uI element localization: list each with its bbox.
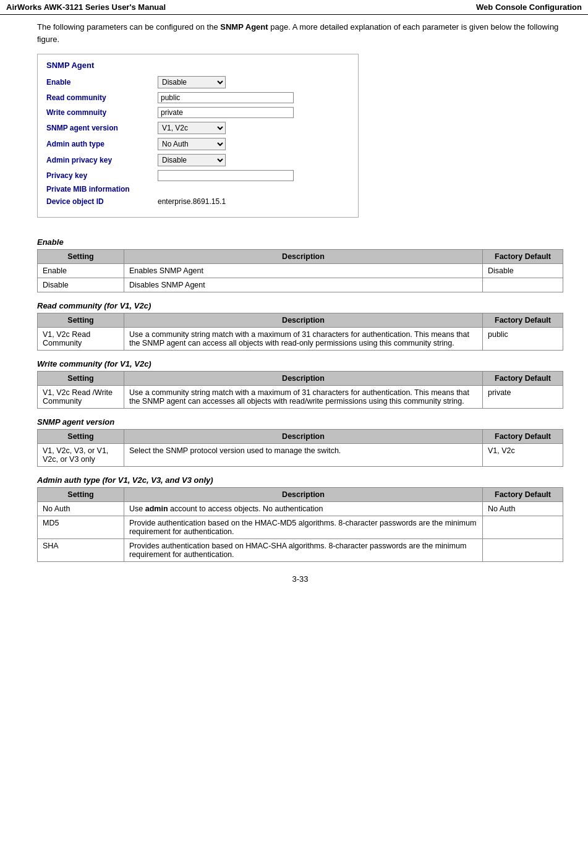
table-cell bbox=[483, 278, 563, 292]
section-heading: Enable bbox=[37, 237, 563, 247]
table-header: Factory Default bbox=[483, 250, 563, 264]
table-cell: No Auth bbox=[38, 502, 124, 516]
form-row-write-community: Write commnuity bbox=[46, 107, 349, 118]
table-cell: Disables SNMP Agent bbox=[124, 278, 483, 292]
table-cell: V1, V2c, V3, or V1, V2c, or V3 only bbox=[38, 444, 124, 467]
table-row: No AuthUse admin account to access objec… bbox=[38, 502, 563, 516]
form-row-private-mib: Private MIB information bbox=[46, 185, 349, 194]
table-header: Setting bbox=[38, 313, 124, 328]
settings-table: SettingDescriptionFactory DefaultV1, V2c… bbox=[37, 313, 563, 351]
table-cell: Provide authentication based on the HMAC… bbox=[124, 516, 483, 539]
select-snmp-version[interactable]: V1, V2c V3 V1, V2c, V3 bbox=[158, 122, 226, 134]
main-content: The following parameters can be configur… bbox=[0, 15, 588, 596]
table-cell: Enables SNMP Agent bbox=[124, 264, 483, 278]
table-header: Description bbox=[124, 430, 483, 444]
input-privacy-key[interactable] bbox=[158, 170, 294, 181]
snmp-agent-box: SNMP Agent Enable Disable Enable Read co… bbox=[37, 54, 359, 218]
intro-bold: SNMP Agent bbox=[220, 22, 268, 32]
form-row-enable: Enable Disable Enable bbox=[46, 76, 349, 88]
label-privacy-key: Privacy key bbox=[46, 171, 158, 180]
table-cell: Disable bbox=[483, 264, 563, 278]
label-write-community: Write commnuity bbox=[46, 108, 158, 117]
table-row: V1, V2c Read CommunityUse a community st… bbox=[38, 328, 563, 351]
form-row-admin-privacy-key: Admin privacy key Disable Enable bbox=[46, 154, 349, 166]
table-header: Description bbox=[124, 313, 483, 328]
select-enable[interactable]: Disable Enable bbox=[158, 76, 226, 88]
value-device-id: enterprise.8691.15.1 bbox=[158, 197, 226, 206]
table-header: Description bbox=[124, 372, 483, 386]
table-row: DisableDisables SNMP Agent bbox=[38, 278, 563, 292]
section-heading: Write community (for V1, V2c) bbox=[37, 359, 563, 368]
table-header: Factory Default bbox=[483, 372, 563, 386]
table-cell: Use a community string match with a maxi… bbox=[124, 386, 483, 409]
header-left: AirWorks AWK-3121 Series User's Manual bbox=[6, 2, 166, 12]
table-cell bbox=[483, 539, 563, 562]
table-header: Setting bbox=[38, 430, 124, 444]
settings-table: SettingDescriptionFactory DefaultEnableE… bbox=[37, 249, 563, 292]
label-private-mib: Private MIB information bbox=[46, 185, 158, 194]
table-cell: SHA bbox=[38, 539, 124, 562]
input-write-community[interactable] bbox=[158, 107, 294, 118]
table-header: Factory Default bbox=[483, 313, 563, 328]
table-header: Setting bbox=[38, 250, 124, 264]
table-header: Factory Default bbox=[483, 488, 563, 502]
table-cell: Disable bbox=[38, 278, 124, 292]
table-row: MD5Provide authentication based on the H… bbox=[38, 516, 563, 539]
table-cell: Enable bbox=[38, 264, 124, 278]
form-row-snmp-version: SNMP agent version V1, V2c V3 V1, V2c, V… bbox=[46, 122, 349, 134]
table-header: Factory Default bbox=[483, 430, 563, 444]
select-admin-privacy-key[interactable]: Disable Enable bbox=[158, 154, 226, 166]
label-admin-privacy-key: Admin privacy key bbox=[46, 156, 158, 164]
table-header: Setting bbox=[38, 488, 124, 502]
table-cell: V1, V2c Read /Write Community bbox=[38, 386, 124, 409]
table-header: Description bbox=[124, 250, 483, 264]
label-admin-auth: Admin auth type bbox=[46, 140, 158, 148]
intro-text1: The following parameters can be configur… bbox=[37, 22, 220, 32]
section-heading: Read community (for V1, V2c) bbox=[37, 301, 563, 310]
page-header: AirWorks AWK-3121 Series User's Manual W… bbox=[0, 0, 588, 15]
table-header: Setting bbox=[38, 372, 124, 386]
table-cell: No Auth bbox=[483, 502, 563, 516]
form-row-device-id: Device object ID enterprise.8691.15.1 bbox=[46, 197, 349, 206]
table-cell: Select the SNMP protocol version used to… bbox=[124, 444, 483, 467]
label-read-community: Read community bbox=[46, 93, 158, 102]
table-cell: public bbox=[483, 328, 563, 351]
label-snmp-version: SNMP agent version bbox=[46, 124, 158, 132]
table-cell: Use admin account to access objects. No … bbox=[124, 502, 483, 516]
table-cell: V1, V2c Read Community bbox=[38, 328, 124, 351]
snmp-agent-title: SNMP Agent bbox=[46, 61, 349, 70]
intro-paragraph: The following parameters can be configur… bbox=[37, 21, 563, 45]
table-row: V1, V2c, V3, or V1, V2c, or V3 onlySelec… bbox=[38, 444, 563, 467]
select-admin-auth[interactable]: No Auth MD5 SHA bbox=[158, 138, 226, 150]
settings-table: SettingDescriptionFactory DefaultNo Auth… bbox=[37, 487, 563, 562]
table-cell: MD5 bbox=[38, 516, 124, 539]
table-cell: Use a community string match with a maxi… bbox=[124, 328, 483, 351]
section-heading: SNMP agent version bbox=[37, 417, 563, 427]
table-row: EnableEnables SNMP AgentDisable bbox=[38, 264, 563, 278]
table-row: V1, V2c Read /Write CommunityUse a commu… bbox=[38, 386, 563, 409]
input-read-community[interactable] bbox=[158, 92, 294, 103]
settings-table: SettingDescriptionFactory DefaultV1, V2c… bbox=[37, 371, 563, 409]
section-heading: Admin auth type (for V1, V2c, V3, and V3… bbox=[37, 475, 563, 485]
sections-container: EnableSettingDescriptionFactory DefaultE… bbox=[37, 237, 563, 562]
form-row-admin-auth: Admin auth type No Auth MD5 SHA bbox=[46, 138, 349, 150]
form-row-read-community: Read community bbox=[46, 92, 349, 103]
label-enable: Enable bbox=[46, 78, 158, 87]
table-cell: Provides authentication based on HMAC-SH… bbox=[124, 539, 483, 562]
header-right: Web Console Configuration bbox=[476, 2, 582, 12]
settings-table: SettingDescriptionFactory DefaultV1, V2c… bbox=[37, 429, 563, 467]
table-cell: private bbox=[483, 386, 563, 409]
table-cell: V1, V2c bbox=[483, 444, 563, 467]
page-number: 3-33 bbox=[37, 574, 563, 584]
form-row-privacy-key: Privacy key bbox=[46, 170, 349, 181]
table-row: SHAProvides authentication based on HMAC… bbox=[38, 539, 563, 562]
label-device-id: Device object ID bbox=[46, 197, 158, 206]
table-cell bbox=[483, 516, 563, 539]
table-header: Description bbox=[124, 488, 483, 502]
